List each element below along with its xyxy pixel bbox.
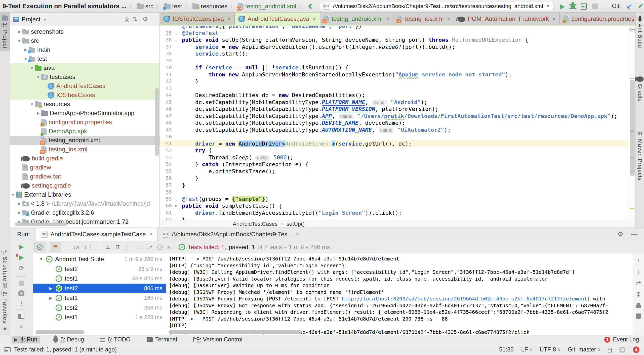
more-icon[interactable]: »	[167, 244, 171, 251]
code-line[interactable]: 42 }	[160, 78, 629, 85]
toolwindow-button-gradle[interactable]: Gradle	[636, 76, 643, 102]
back-arrow-icon[interactable]	[308, 3, 314, 9]
gear-icon[interactable]: ⚙	[618, 230, 623, 238]
tree-item[interactable]: CAndroidTestCases	[10, 81, 159, 91]
tree-expand-icon[interactable]: ▼	[16, 39, 22, 43]
test-tree-row[interactable]: ▼✓Android Test Suite1 m 9 s 286 ms	[33, 254, 166, 264]
show-passed-toggle[interactable]: ✓	[34, 242, 45, 252]
code-line[interactable]: 47 dc.setCapability(MobileCapabilityType…	[160, 113, 629, 120]
run-configuration-selector[interactable]: NG/Volumes/Disk2/AppiumBook/Chapter9-Tes…	[320, 2, 553, 11]
code-line[interactable]: 41 throw new AppiumServerHasNotBeenStart…	[160, 71, 629, 78]
toolwindow-button-favorites[interactable]: 2: Favorites★	[2, 291, 8, 332]
toggle-auto-test-icon[interactable]: ⟳	[19, 264, 24, 272]
tree-item[interactable]: testng_ios.xml	[10, 145, 159, 154]
tree-item[interactable]: ▼src	[10, 36, 159, 45]
project-vertical-scrollbar[interactable]	[155, 88, 159, 156]
tree-item[interactable]: CIOSTestCases	[10, 91, 159, 100]
highlighting-eye-icon[interactable]	[629, 28, 635, 31]
coverage-button[interactable]: ▶	[581, 3, 587, 10]
tree-expand-icon[interactable]: ▼	[36, 257, 46, 261]
toolwindow-button-terminal[interactable]: >_Terminal	[144, 336, 180, 343]
tree-expand-icon[interactable]: ▼	[10, 193, 16, 197]
toolwindow-button-ant-build[interactable]: Ant Build	[637, 17, 643, 48]
editor-tab[interactable]: CIOSTestCases.java✕	[160, 13, 235, 25]
editor-tab[interactable]: testng_android.xml✕	[320, 13, 393, 25]
run-button[interactable]: ▶	[560, 3, 565, 10]
hide-panel-icon[interactable]: —	[150, 16, 156, 23]
code-line[interactable]: 38 service.start();	[160, 50, 629, 57]
editor-breadcrumb-item[interactable]: AndroidTestCases	[233, 221, 278, 227]
tree-item[interactable]: ▼External Libraries	[10, 190, 159, 199]
sort-by-duration-icon[interactable]: ↓⋮	[84, 244, 93, 251]
code-line[interactable]: 54 } catch (InterruptedException e) {	[160, 161, 629, 168]
tree-item[interactable]: ▼resources	[10, 100, 159, 109]
code-line[interactable]: 55 e.printStackTrace();	[160, 168, 629, 175]
collapse-all-icon[interactable]: ⇅	[132, 16, 137, 23]
scroll-up-icon[interactable]: ↑	[637, 256, 640, 263]
code-line[interactable]: 62}	[160, 216, 629, 220]
test-tree-row[interactable]: ✓test11 s 228 ms	[33, 313, 166, 322]
tree-item[interactable]: gradlew.bat	[10, 172, 159, 181]
code-line[interactable]: 44 DesiredCapabilities dc = new DesiredC…	[160, 92, 629, 99]
expand-all-icon[interactable]: ⇊	[105, 244, 110, 251]
code-line[interactable]: 43	[160, 85, 629, 92]
test-tree-row[interactable]: ✓test233 s 9 ms	[33, 264, 166, 274]
event-log-label[interactable]: Event Log	[613, 336, 639, 343]
run-tab[interactable]: NG/Volumes/Disk2/AppiumBook/Chapter9-Tes…	[157, 228, 304, 241]
toolwindow-button--todo[interactable]: 6: TODO	[98, 336, 133, 343]
tree-horizontal-scrollbar[interactable]	[35, 330, 85, 334]
code-line[interactable]: 35⌄@BeforeTest	[160, 30, 629, 37]
breadcrumb-item[interactable]: test	[164, 3, 182, 10]
toolwindow-button-maven-projects[interactable]: mMaven Projects	[637, 129, 643, 181]
code-line[interactable]: 45 dc.setCapability(MobileCapabilityType…	[160, 99, 629, 106]
scroll-to-end-icon[interactable]: ↧	[636, 291, 641, 298]
sort-alphabetically-icon[interactable]: ↓a	[73, 244, 79, 251]
tree-expand-icon[interactable]: ▶	[46, 286, 56, 291]
run-line-icon[interactable]: ▶	[172, 202, 181, 209]
rerun-failed-button[interactable]: ▶	[19, 254, 24, 260]
soft-wrap-icon[interactable]: ⇄	[636, 280, 641, 287]
show-ignored-toggle[interactable]: ≣	[50, 242, 61, 252]
tree-item[interactable]: configuration.properties	[10, 118, 159, 127]
import-test-results-icon[interactable]: ↓	[20, 300, 23, 305]
encoding[interactable]: UTF-8⇅	[540, 346, 560, 353]
code-line[interactable]: 53 Thread.sleep( millis: 5000);	[160, 154, 629, 161]
rerun-button[interactable]: ▶	[19, 243, 24, 250]
tree-item[interactable]: gradlew	[10, 163, 159, 172]
editor-tab[interactable]: configuration.properties✕	[560, 13, 644, 25]
line-separator[interactable]: LF⇅	[521, 346, 532, 353]
editor-scrollbar[interactable]	[630, 80, 635, 176]
code-line[interactable]: 52 try {	[160, 147, 629, 154]
editor-tab[interactable]: testng_ios.xml✕	[393, 13, 454, 25]
close-icon[interactable]: ✕	[227, 16, 231, 22]
tree-expand-icon[interactable]: ▼	[29, 66, 35, 70]
code-line[interactable]: 36⌄public void setUp(String platformVers…	[160, 36, 629, 43]
test-tree-row[interactable]: ▶✓test2806 ms	[33, 284, 166, 293]
code-line[interactable]: 60▶public void sampleTestCase() {	[160, 202, 629, 209]
hide-panel-icon[interactable]: —	[631, 230, 637, 238]
code-line[interactable]: 58	[160, 189, 629, 196]
code-line[interactable]: 40 if (service == null || !service.isRun…	[160, 64, 629, 71]
tree-item[interactable]: ▶screenshots	[10, 27, 159, 36]
editor-breadcrumb-item[interactable]: setUp()	[287, 221, 305, 227]
gear-icon[interactable]: ⚙	[142, 16, 148, 23]
breadcrumb-item[interactable]: src	[137, 3, 153, 10]
tree-item[interactable]: ▶Gradle: cglib:cglib:3.2.6	[10, 208, 159, 217]
console-output[interactable]: [HTTP] --> POST /wd/hub/session/3f36ff12…	[166, 253, 633, 335]
toolwindow-button--run[interactable]: ▶4: Run	[12, 336, 40, 343]
code-line[interactable]: 39	[160, 57, 629, 64]
tree-item[interactable]: ▶DemoApp-iPhoneSimulator.app	[10, 109, 159, 118]
code-line[interactable]: 50	[160, 133, 629, 140]
editor-tab[interactable]: POM_Automation_Framework✕	[454, 13, 560, 25]
close-icon[interactable]: ✕	[447, 16, 451, 22]
code-line[interactable]: 37 service = new AppiumServiceBuilder().…	[160, 43, 629, 51]
test-tree-row[interactable]: ▶✓test1160 ms	[33, 293, 166, 303]
code-line[interactable]: 61 driver.findElementByAccessibilityId((…	[160, 209, 629, 216]
more-icon[interactable]: »	[20, 323, 23, 330]
toolwindow-button-project[interactable]: 1: Project	[0, 13, 10, 51]
toolwindow-button--version-control[interactable]: 9: Version Control	[191, 336, 245, 343]
console-horizontal-scrollbar[interactable]	[169, 330, 302, 334]
tree-item[interactable]: build.gradle	[10, 154, 159, 163]
git-commit-icon[interactable]: ✔	[638, 2, 643, 10]
tree-item[interactable]: testng_android.xml	[10, 136, 159, 145]
